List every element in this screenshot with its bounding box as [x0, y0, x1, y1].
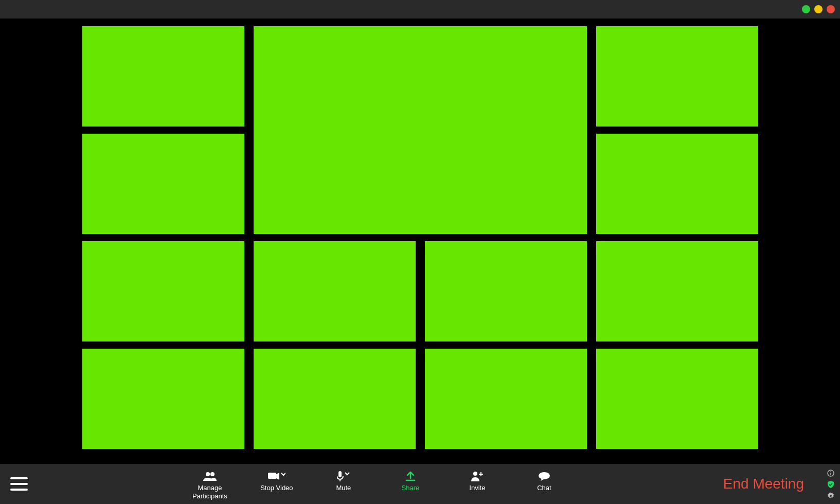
- svg-rect-3: [338, 471, 342, 477]
- settings-gear-icon[interactable]: [827, 492, 835, 500]
- invite-button[interactable]: Invite: [459, 471, 495, 492]
- menu-button[interactable]: [10, 474, 31, 494]
- manage-participants-label: Manage Participants: [192, 484, 227, 500]
- svg-point-9: [830, 495, 832, 497]
- share-button[interactable]: Share: [392, 471, 428, 492]
- chat-icon: [539, 471, 550, 482]
- svg-point-1: [210, 472, 215, 476]
- svg-point-6: [539, 472, 550, 479]
- video-tile[interactable]: [596, 26, 758, 127]
- video-tile[interactable]: [82, 26, 244, 127]
- window-minimize-dot[interactable]: [802, 5, 810, 13]
- svg-rect-2: [268, 473, 276, 479]
- participants-icon: [203, 471, 217, 482]
- manage-participants-button[interactable]: Manage Participants: [192, 471, 228, 500]
- video-tile[interactable]: [596, 241, 758, 341]
- invite-icon: [471, 471, 484, 482]
- video-tile[interactable]: [425, 349, 587, 449]
- security-shield-icon[interactable]: [827, 480, 835, 489]
- microphone-icon: [337, 471, 350, 482]
- video-grid: [0, 19, 840, 464]
- window-close-dot[interactable]: [827, 5, 835, 13]
- video-tile[interactable]: [82, 134, 244, 234]
- video-tile[interactable]: [82, 241, 244, 341]
- toolbar-controls: Manage Participants Stop Video: [31, 467, 723, 500]
- video-tile[interactable]: [254, 241, 416, 341]
- video-tile[interactable]: [82, 349, 244, 449]
- chat-button[interactable]: Chat: [526, 471, 562, 492]
- bottom-toolbar: Manage Participants Stop Video: [0, 464, 840, 504]
- svg-point-8: [830, 471, 831, 472]
- svg-rect-4: [339, 479, 341, 481]
- svg-point-5: [473, 472, 477, 476]
- stop-video-button[interactable]: Stop Video: [259, 471, 295, 492]
- end-meeting-button[interactable]: End Meeting: [723, 476, 804, 492]
- mute-label: Mute: [336, 484, 351, 492]
- invite-label: Invite: [469, 484, 485, 492]
- stop-video-label: Stop Video: [260, 484, 293, 492]
- status-icons: [827, 469, 835, 500]
- video-tile[interactable]: [596, 349, 758, 449]
- video-tile[interactable]: [254, 349, 416, 449]
- video-icon: [268, 471, 285, 482]
- video-tile[interactable]: [425, 241, 587, 341]
- video-tile-speaker[interactable]: [254, 26, 587, 234]
- title-bar: [0, 0, 840, 19]
- share-label: Share: [402, 484, 420, 492]
- svg-point-0: [206, 472, 210, 476]
- mute-button[interactable]: Mute: [326, 471, 362, 492]
- chat-label: Chat: [537, 484, 551, 492]
- share-screen-icon: [405, 471, 416, 482]
- window-maximize-dot[interactable]: [814, 5, 823, 13]
- video-tile[interactable]: [596, 134, 758, 234]
- info-icon[interactable]: [827, 469, 835, 477]
